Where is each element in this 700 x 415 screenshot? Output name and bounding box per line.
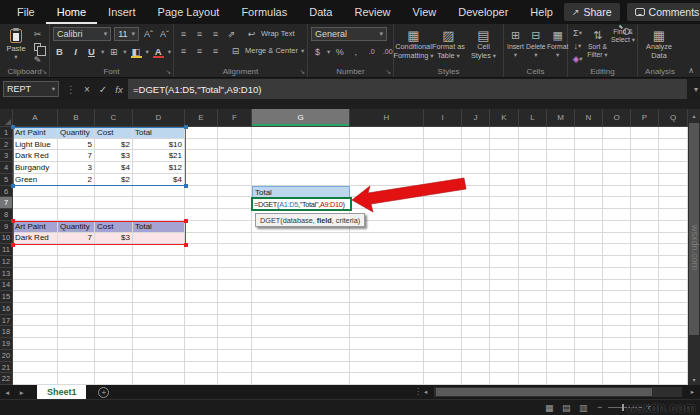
cell-D8[interactable] (133, 209, 185, 221)
cell-B16[interactable] (58, 303, 95, 315)
row-header-10[interactable]: 10 (0, 233, 13, 245)
cell-F4[interactable] (218, 162, 252, 174)
cell-C16[interactable] (95, 303, 133, 315)
cell-C18[interactable] (95, 326, 133, 338)
name-box-dropdown-icon[interactable]: ▾ (52, 85, 55, 93)
cell-L12[interactable] (519, 256, 547, 268)
cell-D6[interactable] (133, 186, 185, 198)
cell-L5[interactable] (519, 174, 547, 186)
cell-M15[interactable] (547, 291, 575, 303)
cell-Q15[interactable] (659, 291, 688, 303)
cell-C2[interactable]: $2 (95, 139, 133, 151)
cell-I19[interactable] (424, 338, 462, 350)
cell-K11[interactable] (490, 244, 519, 256)
share-button[interactable]: ↗ Share (564, 3, 620, 21)
row-header-6[interactable]: 6 (0, 186, 13, 198)
cell-A19[interactable] (13, 338, 58, 350)
cell-M20[interactable] (547, 350, 575, 362)
cell-H20[interactable] (350, 350, 424, 362)
cell-A9[interactable]: Art Paint (13, 221, 58, 233)
row-header-7[interactable]: 7 (0, 197, 13, 209)
cell-G15[interactable] (252, 291, 350, 303)
alignment-dialog-launcher[interactable]: ↘ (299, 68, 305, 76)
cell-I1[interactable] (424, 127, 462, 139)
cell-N4[interactable] (575, 162, 603, 174)
cell-N17[interactable] (575, 315, 603, 327)
cell-M6[interactable] (547, 186, 575, 198)
cell-K10[interactable] (490, 233, 519, 245)
cell-G3[interactable] (252, 150, 350, 162)
align-top-button[interactable]: ≡ (177, 27, 190, 40)
cell-B15[interactable] (58, 291, 95, 303)
cell-J2[interactable] (462, 139, 490, 151)
cell-P7[interactable] (631, 197, 659, 209)
new-sheet-button[interactable]: + (98, 387, 109, 398)
cell-C15[interactable] (95, 291, 133, 303)
row-header-1[interactable]: 1 (0, 127, 13, 139)
cell-P5[interactable] (631, 174, 659, 186)
tab-formulas[interactable]: Formulas (230, 0, 298, 24)
cell-J18[interactable] (462, 326, 490, 338)
cell-I6[interactable] (424, 186, 462, 198)
cell-G4[interactable] (252, 162, 350, 174)
cell-A10[interactable]: Dark Red (13, 233, 58, 245)
cell-J12[interactable] (462, 256, 490, 268)
fill-color-button[interactable]: ◧ (130, 45, 143, 58)
cell-H16[interactable] (350, 303, 424, 315)
insert-function-button[interactable]: fx (111, 84, 127, 95)
column-header-N[interactable]: N (575, 109, 603, 126)
cell-E17[interactable] (185, 315, 218, 327)
cell-P20[interactable] (631, 350, 659, 362)
cell-N1[interactable] (575, 127, 603, 139)
cell-N11[interactable] (575, 244, 603, 256)
cell-B14[interactable] (58, 280, 95, 292)
cell-J22[interactable] (462, 373, 490, 385)
cell-H7[interactable] (350, 197, 424, 209)
cell-K4[interactable] (490, 162, 519, 174)
cell-F7[interactable] (218, 197, 252, 209)
cancel-formula-button[interactable]: × (79, 84, 95, 95)
cell-I12[interactable] (424, 256, 462, 268)
cell-I8[interactable] (424, 209, 462, 221)
cell-F11[interactable] (218, 244, 252, 256)
cell-Q4[interactable] (659, 162, 688, 174)
cell-C10[interactable]: $3 (95, 233, 133, 245)
cell-L2[interactable] (519, 139, 547, 151)
cell-J13[interactable] (462, 268, 490, 280)
number-dialog-launcher[interactable]: ↘ (385, 68, 391, 76)
cell-O12[interactable] (603, 256, 631, 268)
cell-C20[interactable] (95, 350, 133, 362)
cell-B13[interactable] (58, 268, 95, 280)
cell-I18[interactable] (424, 326, 462, 338)
cell-F5[interactable] (218, 174, 252, 186)
column-header-G[interactable]: G (252, 109, 350, 126)
cell-H11[interactable] (350, 244, 424, 256)
cell-B21[interactable] (58, 362, 95, 374)
cell-O7[interactable] (603, 197, 631, 209)
tab-home[interactable]: Home (46, 0, 97, 24)
cell-I3[interactable] (424, 150, 462, 162)
column-header-L[interactable]: L (519, 109, 547, 126)
cell-A21[interactable] (13, 362, 58, 374)
zoom-out-button[interactable]: − (597, 402, 602, 412)
column-header-D[interactable]: D (133, 109, 185, 126)
cell-J11[interactable] (462, 244, 490, 256)
formula-input[interactable]: =DGET(A1:D5,"Total",A9:D10) (128, 79, 687, 99)
cell-J3[interactable] (462, 150, 490, 162)
cell-P15[interactable] (631, 291, 659, 303)
cell-D1[interactable]: Total (133, 127, 185, 139)
expand-formula-bar-icon[interactable]: ▾ (694, 85, 698, 94)
cell-N14[interactable] (575, 280, 603, 292)
cell-Q21[interactable] (659, 362, 688, 374)
column-header-I[interactable]: I (424, 109, 462, 126)
cell-G18[interactable] (252, 326, 350, 338)
cell-C7[interactable] (95, 197, 133, 209)
cell-I22[interactable] (424, 373, 462, 385)
cell-M22[interactable] (547, 373, 575, 385)
cell-J7[interactable] (462, 197, 490, 209)
cell-L4[interactable] (519, 162, 547, 174)
tab-view[interactable]: View (402, 0, 448, 24)
cell-P22[interactable] (631, 373, 659, 385)
cell-B1[interactable]: Quantity (58, 127, 95, 139)
row-header-2[interactable]: 2 (0, 139, 13, 151)
